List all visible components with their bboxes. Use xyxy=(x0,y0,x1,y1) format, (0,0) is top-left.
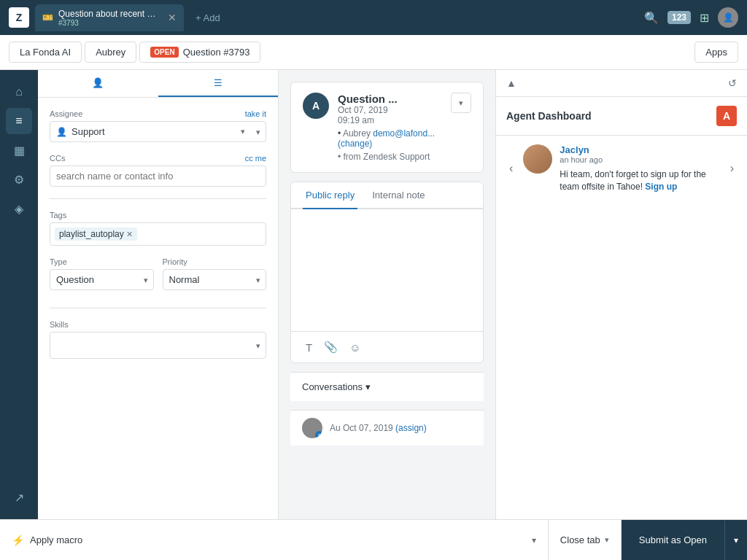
breadcrumb-ticket[interactable]: OPEN Question #3793 xyxy=(139,42,260,63)
message-header: A Question ... Oct 07, 2019 09:19 am • A… xyxy=(291,82,483,172)
reply-body xyxy=(291,209,483,331)
breadcrumb-lafonda[interactable]: La Fonda AI xyxy=(9,42,82,63)
conversations-bar[interactable]: Conversations ▾ xyxy=(290,372,484,401)
sidebar-tab-user[interactable]: 👤 xyxy=(38,70,158,97)
grid-icon[interactable]: ⊞ xyxy=(700,11,709,25)
reply-card: Public reply Internal note T 📎 ☺ xyxy=(290,182,484,363)
panel-refresh-button[interactable]: ↺ xyxy=(728,77,737,89)
message-card: A Question ... Oct 07, 2019 09:19 am • A… xyxy=(290,82,484,173)
signup-link[interactable]: Sign up xyxy=(645,182,677,192)
ticket-label: Question #3793 xyxy=(183,47,250,58)
macro-lightning-icon: ⚡ xyxy=(12,534,24,546)
cc-field-group: CCs cc me xyxy=(50,154,266,187)
message-meta: Question ... Oct 07, 2019 09:19 am • Aub… xyxy=(338,93,442,162)
ticket-row-info: Au Oct 07, 2019 (assign) xyxy=(330,423,427,433)
tab-public-reply[interactable]: Public reply xyxy=(303,182,357,209)
user-avatar[interactable]: 👤 xyxy=(718,7,738,28)
sidebar-item-apps[interactable]: ◈ xyxy=(6,195,32,222)
priority-field-group: Priority Normal xyxy=(163,257,267,290)
assignee-field-group: Assignee take it 👤 Support ▾ xyxy=(50,109,266,142)
widget-icon: A xyxy=(716,106,737,126)
submit-chevron-button[interactable]: ▾ xyxy=(725,520,747,560)
panel-collapse-button[interactable]: ▲ xyxy=(506,77,516,89)
reply-textarea[interactable] xyxy=(303,218,471,320)
widget-next-button[interactable]: › xyxy=(727,159,737,178)
notification-badge[interactable]: 123 xyxy=(667,11,691,24)
sidebar-tab-info[interactable]: ☰ xyxy=(158,70,279,97)
breadcrumb-aubrey[interactable]: Aubrey xyxy=(85,42,136,63)
reply-toolbar: T 📎 ☺ xyxy=(291,331,483,362)
divider-2 xyxy=(50,308,266,308)
type-select[interactable]: Question xyxy=(50,269,154,290)
app-logo: Z xyxy=(9,7,29,28)
type-priority-group: Type Question Priority xyxy=(50,257,266,302)
sidebar-content: Assignee take it 👤 Support ▾ xyxy=(38,98,278,519)
tag-text: playlist_autoplay xyxy=(59,229,124,239)
divider-1 xyxy=(50,198,266,199)
close-tab-button[interactable]: Close tab ▾ xyxy=(549,520,622,560)
close-tab-label: Close tab xyxy=(560,534,600,545)
submit-button[interactable]: Submit as Open xyxy=(622,520,725,560)
skills-label: Skills xyxy=(50,320,69,329)
assignee-select[interactable]: 👤 Support ▾ xyxy=(50,121,266,142)
sidebar-item-tickets[interactable]: ≡ xyxy=(6,108,32,134)
priority-select[interactable]: Normal xyxy=(163,269,267,290)
tab-close-icon[interactable]: ✕ xyxy=(168,12,177,23)
message-expand-button[interactable]: ▾ xyxy=(451,93,471,113)
agent-avatar xyxy=(523,144,552,174)
tab-title: Question about recent or... xyxy=(58,9,160,19)
type-field-group: Type Question xyxy=(50,257,154,290)
take-it-link[interactable]: take it xyxy=(245,109,266,118)
widget-title: Agent Dashboard xyxy=(506,110,592,122)
open-status-badge: OPEN xyxy=(150,47,178,58)
apply-macro-button[interactable]: ⚡ Apply macro ▾ xyxy=(0,520,549,560)
assign-link[interactable]: (assign) xyxy=(395,423,427,433)
cc-label: CCs xyxy=(50,154,65,163)
cc-input[interactable] xyxy=(50,166,266,187)
emoji-icon[interactable]: ☺ xyxy=(347,338,363,357)
right-panel: ▲ ↺ Agent Dashboard A ‹ Jaclyn an hour a… xyxy=(495,70,747,519)
agent-info: Jaclyn an hour ago Hi team, don't forget… xyxy=(560,144,719,193)
agent-message: Hi team, don't forget to sign up for the… xyxy=(560,168,719,193)
ticket-row: Au Oct 07, 2019 (assign) xyxy=(290,410,484,446)
sidebar-item-home[interactable]: ⌂ xyxy=(6,79,32,105)
apps-button[interactable]: Apps xyxy=(694,42,738,63)
email-link[interactable]: demo@lafond... xyxy=(373,128,435,139)
search-icon[interactable]: 🔍 xyxy=(644,11,659,25)
tag-remove-icon[interactable]: ✕ xyxy=(126,230,133,239)
ticket-main: A Question ... Oct 07, 2019 09:19 am • A… xyxy=(279,70,495,519)
attach-icon[interactable]: 📎 xyxy=(321,338,341,357)
submit-button-group: Submit as Open ▾ xyxy=(622,520,747,560)
text-format-icon[interactable]: T xyxy=(303,338,315,357)
sidebar-item-explore[interactable]: ↗ xyxy=(6,484,32,510)
skills-select-wrapper xyxy=(50,332,266,359)
assignee-value: Support xyxy=(71,126,105,137)
sidebar-nav: ⌂ ≡ ▦ ⚙ ◈ ↗ xyxy=(0,70,38,519)
widget-prev-button[interactable]: ‹ xyxy=(506,159,516,178)
message-title: Question ... xyxy=(338,93,442,105)
type-label: Type xyxy=(50,257,67,266)
priority-select-wrapper: Normal xyxy=(163,269,267,290)
skills-select[interactable] xyxy=(50,332,266,359)
agent-time: an hour ago xyxy=(560,155,719,164)
ticket-sidebar: 👤 ☰ Assignee take it 👤 Support xyxy=(38,70,279,519)
close-tab-chevron-icon: ▾ xyxy=(605,535,609,545)
ticket-row-avatar xyxy=(302,418,322,438)
reply-tabs: Public reply Internal note xyxy=(291,182,483,209)
active-tab[interactable]: 🎫 Question about recent or... #3793 ✕ xyxy=(35,4,184,31)
tab-internal-note[interactable]: Internal note xyxy=(369,182,427,209)
sidebar-item-reporting[interactable]: ▦ xyxy=(6,137,32,163)
tag-playlist-autoplay: playlist_autoplay ✕ xyxy=(55,228,137,241)
cc-me-link[interactable]: cc me xyxy=(245,154,266,163)
assignee-label: Assignee xyxy=(50,109,82,118)
breadcrumb: La Fonda AI Aubrey OPEN Question #3793 A… xyxy=(0,35,747,70)
tags-input[interactable]: playlist_autoplay ✕ xyxy=(50,222,266,246)
panel-header: ▲ ↺ xyxy=(496,70,747,97)
change-link[interactable]: (change) xyxy=(338,139,372,149)
sidebar-item-settings[interactable]: ⚙ xyxy=(6,166,32,192)
macro-label: Apply macro xyxy=(30,534,82,545)
assignee-icon: 👤 xyxy=(56,127,67,137)
add-tab-button[interactable]: + Add xyxy=(190,9,226,26)
macro-chevron-icon: ▾ xyxy=(532,535,536,545)
agent-name[interactable]: Jaclyn xyxy=(560,144,719,155)
